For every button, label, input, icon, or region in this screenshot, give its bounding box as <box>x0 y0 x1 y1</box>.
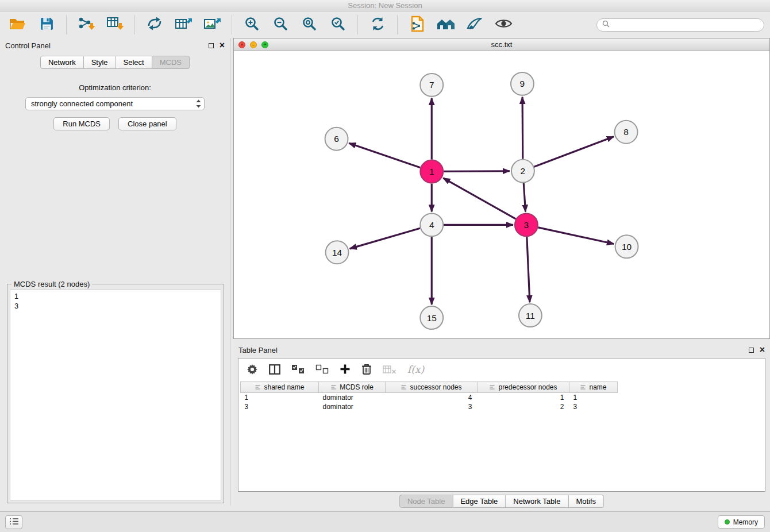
search-input[interactable] <box>613 21 759 29</box>
column-header-predecessor-nodes[interactable]: predecessor nodes <box>478 382 569 393</box>
style-brush-icon <box>466 17 483 33</box>
table-content: f(x) shared nameMCDS rolesuccessor nodes… <box>238 358 765 492</box>
tab-node-table[interactable]: Node Table <box>399 495 453 508</box>
node-3[interactable]: 3 <box>515 213 538 236</box>
mcds-result-list[interactable]: 13 <box>10 290 221 500</box>
close-window-button[interactable]: × <box>238 41 245 48</box>
zoom-out-icon <box>273 16 288 34</box>
node-8[interactable]: 8 <box>615 121 638 144</box>
save-session-button[interactable] <box>34 15 59 34</box>
delete-column-icon[interactable] <box>383 365 396 374</box>
edge-4-14[interactable] <box>350 228 421 249</box>
result-line: 1 <box>14 291 217 301</box>
network-window-titlebar: × – + scc.txt <box>234 38 769 51</box>
select-all-icon[interactable] <box>291 364 305 374</box>
column-header-shared-name[interactable]: shared name <box>241 382 319 393</box>
edge-2-9[interactable] <box>522 97 523 159</box>
delete-row-icon[interactable] <box>361 363 372 375</box>
node-6[interactable]: 6 <box>325 128 348 151</box>
close-panel-icon[interactable]: × <box>220 43 225 48</box>
table-cell[interactable]: 1 <box>478 393 569 403</box>
tab-mcds[interactable]: MCDS <box>152 56 190 69</box>
app-window: Session: New Session <box>0 0 770 532</box>
style-brush-button[interactable] <box>463 15 487 34</box>
edge-3-1[interactable] <box>443 178 515 219</box>
table-cell[interactable]: 1 <box>241 393 319 403</box>
export-image-button[interactable] <box>200 15 224 34</box>
tab-style[interactable]: Style <box>84 56 116 69</box>
edge-2-3[interactable] <box>523 183 525 211</box>
edge-1-6[interactable] <box>349 143 420 168</box>
table-row[interactable]: 3dominator323 <box>241 402 618 411</box>
table-cell[interactable]: 3 <box>386 402 478 411</box>
table-row[interactable]: 1dominator411 <box>241 393 618 403</box>
import-network-button[interactable] <box>74 15 98 34</box>
zoom-in-button[interactable] <box>240 15 264 34</box>
edge-3-10[interactable] <box>538 228 614 244</box>
memory-button[interactable]: Memory <box>718 515 765 529</box>
node-2[interactable]: 2 <box>511 160 534 183</box>
add-row-icon[interactable] <box>340 364 351 375</box>
table-cell[interactable]: 2 <box>478 402 569 411</box>
column-header-name[interactable]: name <box>569 382 618 393</box>
search-box[interactable] <box>596 18 764 32</box>
edge-3-11[interactable] <box>527 237 530 302</box>
tab-select[interactable]: Select <box>116 56 152 69</box>
column-edit-icon <box>330 384 337 390</box>
node-14[interactable]: 14 <box>326 241 349 264</box>
zoom-window-button[interactable]: + <box>261 41 268 48</box>
table-cell[interactable]: dominator <box>319 402 386 411</box>
eye-button[interactable] <box>491 15 515 34</box>
minimize-window-button[interactable]: – <box>250 41 257 48</box>
table-cell[interactable]: 1 <box>569 393 618 403</box>
refresh-button[interactable] <box>365 15 390 34</box>
gear-icon[interactable] <box>247 364 258 375</box>
optimization-dropdown[interactable]: strongly connected component <box>25 97 205 110</box>
tab-motifs[interactable]: Motifs <box>568 495 604 508</box>
table-cell[interactable]: 4 <box>386 393 478 403</box>
node-9[interactable]: 9 <box>511 72 534 95</box>
export-table-button[interactable] <box>171 15 195 34</box>
network-graph[interactable]: 7968124314101511 <box>234 52 769 338</box>
node-15[interactable]: 15 <box>420 306 443 329</box>
deselect-all-icon[interactable] <box>315 364 329 374</box>
toolbar-separator <box>66 15 67 34</box>
list-icon <box>9 517 19 527</box>
home-button[interactable] <box>434 15 458 34</box>
function-builder-icon[interactable]: f(x) <box>407 364 424 375</box>
node-11[interactable]: 11 <box>519 304 542 327</box>
node-7[interactable]: 7 <box>420 74 443 97</box>
column-header-successor-nodes[interactable]: successor nodes <box>386 382 478 393</box>
new-network-button[interactable] <box>143 15 167 34</box>
task-history-button[interactable] <box>5 515 22 529</box>
tab-network[interactable]: Network <box>40 56 84 69</box>
node-label: 8 <box>623 127 629 137</box>
columns-icon[interactable] <box>269 364 280 375</box>
import-table-button[interactable] <box>103 15 127 34</box>
column-edit-icon <box>401 384 407 390</box>
table-cell[interactable]: dominator <box>319 393 386 403</box>
table-cell[interactable]: 3 <box>241 402 319 411</box>
float-panel-icon[interactable] <box>209 43 214 48</box>
edge-2-8[interactable] <box>534 137 614 167</box>
open-session-button[interactable] <box>6 15 30 34</box>
zoom-out-button[interactable] <box>268 15 292 34</box>
zoom-selected-button[interactable] <box>326 15 350 34</box>
edge-1-2[interactable] <box>444 171 510 172</box>
zoom-fit-button[interactable] <box>297 15 321 34</box>
node-4[interactable]: 4 <box>420 213 443 236</box>
close-table-panel-icon[interactable]: × <box>760 347 765 353</box>
column-header-mcds-role[interactable]: MCDS role <box>319 382 386 393</box>
node-10[interactable]: 10 <box>615 235 638 258</box>
network-canvas[interactable]: 7968124314101511 <box>234 52 769 338</box>
tab-edge-table[interactable]: Edge Table <box>453 495 506 508</box>
export-image-icon <box>203 16 221 34</box>
node-label: 3 <box>524 220 529 230</box>
node-1[interactable]: 1 <box>420 160 443 183</box>
annotations-button[interactable] <box>405 15 429 34</box>
close-panel-button[interactable]: Close panel <box>118 117 176 130</box>
tab-network-table[interactable]: Network Table <box>506 495 568 508</box>
table-cell[interactable]: 3 <box>569 402 618 411</box>
float-table-panel-icon[interactable] <box>749 348 754 353</box>
run-mcds-button[interactable]: Run MCDS <box>53 117 110 130</box>
